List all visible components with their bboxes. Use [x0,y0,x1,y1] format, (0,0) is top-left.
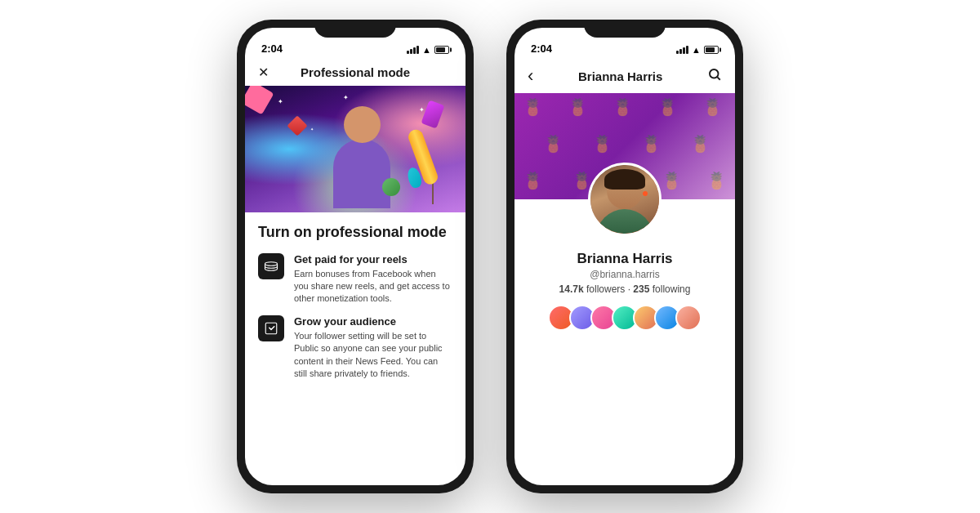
star-decoration: ✦ [310,127,314,132]
feature-reels-text: Get paid for your reels Earn bonuses fro… [294,253,452,306]
pineapple-decoration: 🍍 [662,171,682,190]
telescope-decoration [412,127,453,200]
status-icons: ▲ [676,45,719,55]
pineapple-decoration: 🍍 [523,171,543,190]
feature-audience-title: Grow your audience [294,315,452,328]
hero-person [329,106,394,212]
headline: Turn on professional mode [258,224,452,242]
feature-audience-description: Your follower setting will be set to Pub… [294,330,452,381]
svg-rect-1 [265,323,277,334]
star-decoration: ✦ [278,98,283,105]
svg-point-2 [710,69,719,78]
star-decoration: ✦ [343,94,349,101]
back-button[interactable]: ‹ [528,65,533,87]
person-body [333,139,390,208]
feature-reels-title: Get paid for your reels [294,253,452,265]
feature-reels-description: Earn bonuses from Facebook when you shar… [294,268,452,306]
signal-icon [676,46,688,54]
profile-nav: ‹ Brianna Harris [514,59,735,93]
battery-icon [704,46,719,54]
hero-image: ✦ ✦ ✦ ✦ [245,86,466,212]
pineapple-decoration: 🍍 [612,97,633,117]
followers-count: 14.7k [559,283,584,295]
profile-handle: @brianna.harris [528,269,722,280]
phone-screen: 2:04 ▲ ‹ Brianna Harris [514,28,735,485]
following-count: 235 [633,283,649,295]
feature-audience-icon [258,315,284,341]
svg-line-3 [717,77,719,79]
search-button[interactable] [707,67,722,86]
pineapple-decoration: 🍍 [543,134,564,154]
pineapple-decoration: 🍍 [702,97,723,117]
profile-name: Brianna Harris [528,251,722,267]
pro-body: Turn on professional mode Get paid for y… [245,212,466,485]
following-label: following [653,283,691,295]
scene: 2:04 ▲ ✕ Professional mode [0,0,980,513]
notch [314,20,396,38]
profile-friends-list [514,301,735,331]
feature-reels: Get paid for your reels Earn bonuses fro… [258,253,452,306]
profile-avatar-wrap [514,199,735,244]
crystal-decoration [382,178,400,196]
screen-content: ✕ Professional mode ✦ ✦ ✦ ✦ [245,59,466,485]
nav-title: Professional mode [301,65,410,79]
feature-audience-text: Grow your audience Your follower setting… [294,315,452,381]
feature-audience: Grow your audience Your follower setting… [258,315,452,381]
phone-profile: 2:04 ▲ ‹ Brianna Harris [506,20,743,493]
phone-screen: 2:04 ▲ ✕ Professional mode [245,28,466,485]
wifi-icon: ▲ [692,45,701,55]
status-icons: ▲ [407,45,449,55]
pineapple-decoration: 🍍 [690,134,710,154]
phone-professional-mode: 2:04 ▲ ✕ Professional mode [237,20,474,493]
pineapple-decoration: 🍍 [592,134,612,154]
battery-icon [434,46,449,54]
profile-avatar [588,163,662,236]
status-time: 2:04 [261,42,283,55]
profile-stats: 14.7k followers · 235 following [528,283,722,295]
notch [584,20,666,38]
status-time: 2:04 [531,42,552,55]
professional-mode-nav: ✕ Professional mode [245,59,466,86]
pineapple-decoration: 🍍 [523,97,543,117]
person-head [344,106,381,143]
nav-title: Brianna Harris [578,69,662,83]
svg-point-0 [265,261,278,265]
pineapple-decoration: 🍍 [657,97,678,117]
profile-info: Brianna Harris @brianna.harris 14.7k fol… [514,244,735,301]
pineapple-decoration: 🍍 [568,97,588,117]
wifi-icon: ▲ [422,45,431,55]
signal-icon [407,46,419,54]
friend-avatar [675,305,702,331]
separator: · [628,283,630,295]
feature-reels-icon [258,253,284,279]
followers-label: followers [586,283,625,295]
close-button[interactable]: ✕ [258,65,269,80]
screen-content: ‹ Brianna Harris 🍍 🍍 🍍 🍍 [514,59,735,485]
pineapple-decoration: 🍍 [706,171,727,190]
pineapple-decoration: 🍍 [641,134,662,154]
